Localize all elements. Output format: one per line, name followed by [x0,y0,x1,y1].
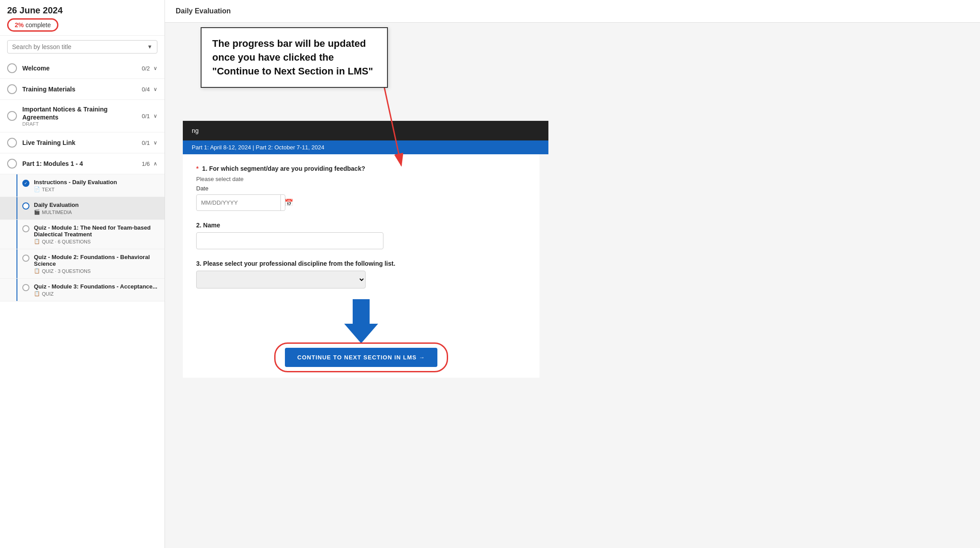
nav-item-count-welcome: 0/2 [142,65,150,72]
sub-item-quiz1[interactable]: Quiz - Module 1: The Need for Team-based… [0,220,165,249]
type-label-quiz3: QUIZ [42,291,54,297]
sidebar-header: 26 June 2024 2% complete [0,0,165,36]
sub-items-part1: Instructions - Daily Evaluation 📄 TEXT D… [0,174,165,301]
name-input[interactable] [196,232,383,249]
sub-item-title-quiz3: Quiz - Module 3: Foundations - Acceptanc… [34,283,157,290]
nav-item-content-training: Training Materials [22,85,142,93]
content-area: The progress bar will be updated once yo… [165,23,980,548]
sub-item-content-quiz1: Quiz - Module 1: The Need for Team-based… [34,224,157,244]
q1-label: * 1. For which segment/day are you provi… [196,165,526,172]
sub-item-line-active [16,197,17,219]
sidebar-item-training-materials[interactable]: Training Materials 0/4 ∨ [0,79,165,100]
sub-item-title-quiz2: Quiz - Module 2: Foundations - Behaviora… [34,254,157,267]
search-container[interactable]: ▼ [7,40,157,54]
nav-item-count-training: 0/4 [142,86,150,93]
q2-label: 2. Name [196,222,526,229]
progress-indicator: 2% complete [7,18,58,32]
main-content: Daily Evaluation The progress bar will b… [165,0,980,548]
date-input-container[interactable]: 📅 [196,194,285,211]
type-label-instructions: TEXT [42,187,54,192]
sub-item-content-quiz2: Quiz - Module 2: Foundations - Behaviora… [34,254,157,274]
sub-item-title-quiz1: Quiz - Module 1: The Need for Team-based… [34,224,157,238]
sub-item-line-quiz1 [16,220,17,249]
type-label-quiz2: QUIZ · 3 QUESTIONS [42,268,91,274]
quiz-icon-2: 📋 [34,268,40,274]
tooltip-box: The progress bar will be updated once yo… [201,27,388,88]
type-label-quiz1: QUIZ · 6 QUESTIONS [42,239,91,244]
progress-label: complete [25,21,51,29]
blue-arrow-shaft [353,299,370,324]
nav-circle-welcome [7,63,17,73]
continue-btn-wrapper: CONTINUE TO NEXT SECTION IN LMS → [285,348,437,367]
discipline-select[interactable] [196,271,366,288]
chevron-icon-welcome: ∨ [153,65,157,71]
nav-item-content-part1: Part 1: Modules 1 - 4 [22,160,142,168]
q1-label-text: 1. For which segment/day are you providi… [202,165,365,172]
date-label: Date [196,185,526,192]
nav-circle-live [7,138,17,148]
nav-item-count-live: 0/1 [142,140,150,146]
tooltip-text: The progress bar will be updated once yo… [212,37,376,78]
continue-button[interactable]: CONTINUE TO NEXT SECTION IN LMS → [285,348,437,367]
sub-item-daily-eval[interactable]: Daily Evaluation 🎬 MULTIMEDIA [0,197,165,220]
nav-item-title-training: Training Materials [22,86,75,93]
sub-circle-instructions [22,180,29,187]
nav-item-title-part1: Part 1: Modules 1 - 4 [22,160,83,167]
nav-item-title-welcome: Welcome [22,65,49,72]
text-icon: 📄 [34,186,40,192]
nav-item-draft-notices: DRAFT [22,121,142,127]
blue-bar-text: Part 1: April 8-12, 2024 | Part 2: Octob… [192,144,325,151]
dark-bar-text: ng [192,127,199,134]
sub-item-content-quiz3: Quiz - Module 3: Foundations - Acceptanc… [34,283,157,297]
sub-item-instructions[interactable]: Instructions - Daily Evaluation 📄 TEXT [0,174,165,197]
sub-item-type-quiz3: 📋 QUIZ [34,291,157,297]
sub-circle-quiz3 [22,284,29,291]
quiz-icon-3: 📋 [34,291,40,297]
nav-item-title-notices: Important Notices & Training Agreements [22,106,107,121]
nav-item-content-notices: Important Notices & Training Agreements … [22,105,142,127]
calendar-icon[interactable]: 📅 [280,195,297,210]
nav-circle-training [7,84,17,94]
sub-item-title-instructions: Instructions - Daily Evaluation [34,179,157,185]
sub-item-type-quiz2: 📋 QUIZ · 3 QUESTIONS [34,268,157,274]
sub-item-quiz2[interactable]: Quiz - Module 2: Foundations - Behaviora… [0,249,165,279]
sidebar-item-part1[interactable]: Part 1: Modules 1 - 4 1/6 ∧ [0,153,165,174]
q1-sublabel: Please select date [196,176,526,182]
type-label-daily: MULTIMEDIA [42,210,72,215]
sub-item-quiz3[interactable]: Quiz - Module 3: Foundations - Acceptanc… [0,279,165,301]
chevron-icon-notices: ∨ [153,113,157,119]
sub-item-content-instructions: Instructions - Daily Evaluation 📄 TEXT [34,179,157,192]
sub-item-line-quiz3 [16,279,17,301]
date-input[interactable] [197,196,280,210]
course-title: 26 June 2024 [7,5,157,16]
chevron-icon-training: ∨ [153,86,157,92]
main-header: Daily Evaluation [165,0,980,23]
nav-item-title-live: Live Training Link [22,139,75,146]
nav-item-count-notices: 0/1 [142,113,150,119]
sub-item-type-quiz1: 📋 QUIZ · 6 QUESTIONS [34,239,157,244]
form-area: * 1. For which segment/day are you provi… [183,154,539,378]
blue-arrow-head [344,324,378,343]
sub-item-type-instructions: 📄 TEXT [34,186,157,192]
nav-circle-notices [7,111,17,121]
search-input[interactable] [12,43,147,50]
sub-item-title-daily: Daily Evaluation [34,202,157,208]
q3-label: 3. Please select your professional disci… [196,260,526,267]
sidebar-item-live-training[interactable]: Live Training Link 0/1 ∨ [0,132,165,153]
nav-item-count-part1: 1/6 [142,161,150,167]
form-q3: 3. Please select your professional disci… [196,260,526,288]
nav-item-content-live: Live Training Link [22,139,142,147]
required-star-q1: * [196,165,198,172]
sub-circle-daily [22,202,29,210]
sidebar: 26 June 2024 2% complete ▼ Welcome 0/2 ∨… [0,0,165,548]
dark-bar: ng [183,121,548,140]
form-q1: * 1. For which segment/day are you provi… [196,165,526,211]
sub-item-type-daily: 🎬 MULTIMEDIA [34,209,157,215]
sub-item-content-daily: Daily Evaluation 🎬 MULTIMEDIA [34,202,157,215]
chevron-down-icon: ▼ [147,44,152,50]
sidebar-item-important-notices[interactable]: Important Notices & Training Agreements … [0,100,165,132]
nav-circle-part1 [7,159,17,169]
nav-item-content-welcome: Welcome [22,64,142,72]
sidebar-item-welcome[interactable]: Welcome 0/2 ∨ [0,58,165,79]
progress-percent: 2% [15,21,24,29]
